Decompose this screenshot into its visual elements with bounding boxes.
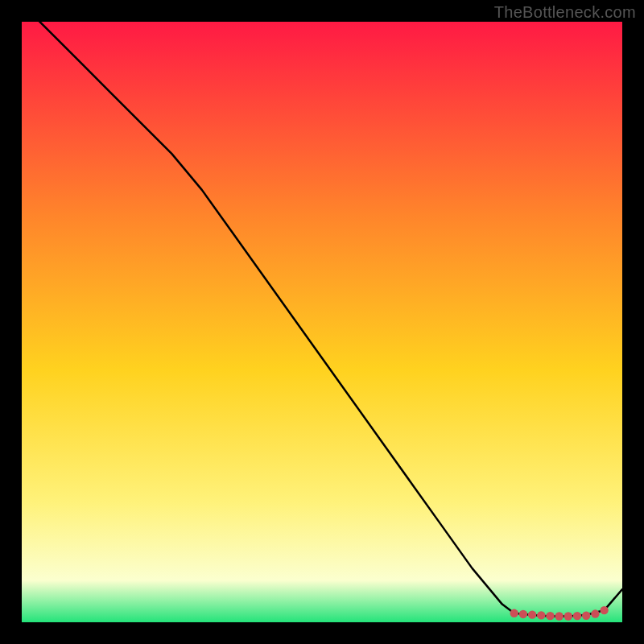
plot-area bbox=[22, 22, 622, 622]
marker-dot bbox=[582, 612, 590, 620]
marker-dot bbox=[600, 606, 608, 614]
marker-dot bbox=[591, 609, 599, 617]
chart-stage: TheBottleneck.com bbox=[0, 0, 644, 644]
marker-dot bbox=[564, 612, 572, 620]
marker-dot bbox=[510, 609, 518, 617]
optimal-range-markers bbox=[22, 22, 622, 622]
plot-frame bbox=[22, 22, 622, 622]
marker-dot bbox=[528, 610, 536, 618]
marker-dot bbox=[519, 610, 527, 618]
marker-dot bbox=[537, 611, 545, 619]
marker-dot bbox=[573, 612, 581, 620]
marker-dot bbox=[546, 612, 554, 620]
marker-dot bbox=[555, 612, 563, 620]
watermark-label: TheBottleneck.com bbox=[494, 3, 636, 22]
